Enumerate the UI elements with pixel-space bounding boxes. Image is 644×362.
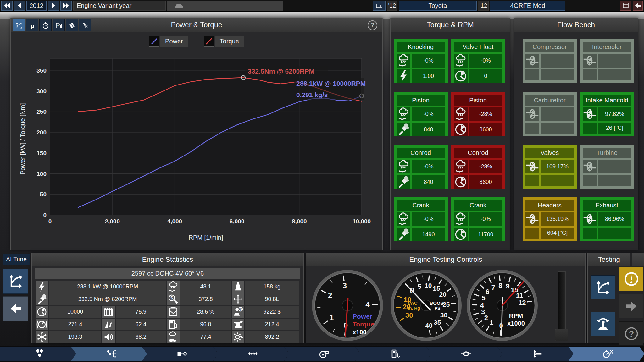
power-loss-icon [454,54,468,68]
empty-cell [525,175,539,186]
svg-text:150: 150 [36,150,47,156]
testing-panel: Testing ? [587,253,644,343]
toolbar-dyno-graph-button[interactable] [13,19,25,31]
year-value[interactable]: 2012 [26,1,47,11]
rpm-icon [454,228,468,241]
torque-rpm-title: Torque & RPM [427,21,474,29]
svg-text:0.291 kg/s: 0.291 kg/s [296,91,328,98]
smoothness-icon [102,319,115,330]
help-button[interactable]: ? [619,321,643,346]
card-value: 86.96% [598,212,631,226]
throttle-slider-track[interactable] [558,272,566,331]
dyno-graph-icon [8,274,23,289]
card-title: Carburettor [525,95,574,106]
flow-bench-card-compressor: Compressor [523,39,577,83]
legend-item-power[interactable]: Power [149,36,188,47]
flow-bench-card-headers: Headers135.19%604 [°C] [523,197,577,241]
legend-item-torque[interactable]: Torque [204,36,244,47]
dyno-view-button[interactable] [3,269,28,294]
year-prev-button[interactable] [14,1,25,11]
rpm-icon [454,69,468,83]
card-title: Intake Manifold [583,95,631,106]
toolbar-efficiency-button[interactable]: % [53,19,65,31]
card-title: Conrod [454,148,502,158]
tab-headers[interactable] [497,347,574,361]
left-arrow-icon [16,2,23,9]
flow-bench-card-valves: Valves109.17% [523,145,577,189]
toolbar-friction-button[interactable]: μ [26,19,38,31]
noise-icon [102,331,115,343]
svg-text:4: 4 [480,301,484,309]
svg-text:x100: x100 [353,329,367,336]
svg-text:11: 11 [516,292,523,299]
engine-family-name[interactable]: Toyota [399,1,477,11]
svg-text:1: 1 [490,319,493,326]
empty-cell [583,228,597,239]
table-icon [622,2,630,9]
tab-aspiration[interactable] [284,347,360,361]
stats-table: 288.1 kW @ 10000RPM48.1158 kg332.5 Nm @ … [36,281,299,343]
flow-bench-card-intercooler: Intercooler [580,39,634,83]
ai-tune-button[interactable]: AI Tune [3,254,30,265]
power-loss-icon [454,107,468,121]
tab-engine-variant[interactable] [71,347,147,361]
boost-vacuum-gauge: 0510152025303540102030VACIn. HgBOOSTPSI [389,268,463,343]
throttle-slider-handle[interactable] [555,329,568,341]
svg-text:2: 2 [328,291,332,299]
power-loss-icon [397,212,410,226]
empty-cell [525,228,539,239]
card-value: -0% [412,54,445,68]
tab-fuel-system[interactable] [355,347,431,361]
dyno-graph-icon [15,22,23,29]
dyno-run-button[interactable] [591,275,615,299]
toolbar-timing-button[interactable] [39,19,52,31]
svg-text:4: 4 [365,300,370,309]
year-next-button[interactable] [48,1,59,11]
svg-text:μ: μ [31,22,34,29]
svg-text:300: 300 [36,88,47,95]
svg-text:VAC: VAC [408,300,418,306]
tab-testing[interactable] [569,347,644,361]
torque-icon [36,293,48,305]
tab-exhaust[interactable] [426,347,502,361]
back-button[interactable] [633,1,643,11]
economy-icon [167,306,180,318]
torque-rpm-card-piston: Piston-28%8600 [451,92,505,136]
strength-icon [397,123,410,136]
double-left-arrow-icon [3,2,11,9]
svg-text:2,000: 2,000 [105,218,120,225]
engine-variant-name[interactable]: 4GRFE Mod [490,1,565,11]
tab-top-end[interactable] [213,347,289,361]
testing-controls-panel: Engine Testing Controls 01234PowerTorque… [306,253,586,343]
svg-text:30: 30 [440,311,447,319]
tab-bottom-end[interactable] [142,347,218,361]
flow-icon [525,54,539,68]
warning-toggle-button[interactable] [619,267,643,291]
engine-manager-button[interactable] [373,1,386,11]
svg-text:4,000: 4,000 [167,218,182,225]
tab-engine-family[interactable] [0,347,76,361]
toolbar-injection-button[interactable] [79,19,91,31]
flow-icon [583,160,597,173]
summary-button[interactable] [620,1,631,11]
chart-help-button[interactable]: ? [368,20,377,30]
year-first-button[interactable] [1,1,13,11]
torque-rpm-card-valve-float: Valve Float-0%0 [451,39,505,83]
svg-text:3: 3 [342,281,347,290]
back-nav-button[interactable] [3,296,28,321]
card-title: Compressor [525,42,574,52]
continue-button[interactable] [619,294,643,318]
throttle-mode-button[interactable] [591,312,615,336]
year-last-button[interactable] [60,1,72,11]
svg-text:20: 20 [439,291,446,298]
toolbar-airflow-button[interactable] [66,19,78,31]
card-value: 26 [°C] [598,123,631,134]
card-title: Crank [454,200,502,211]
rpm-icon [36,306,48,318]
card-title: Exhaust [583,200,631,211]
torque-rpm-card-conrod: Conrod-0%840 [394,145,448,189]
stat-value: 75.9 [116,306,166,318]
stat-value: 28.6 % [180,306,231,318]
service-icon: $ [167,293,180,305]
card-value: 604 [°C] [541,228,574,239]
